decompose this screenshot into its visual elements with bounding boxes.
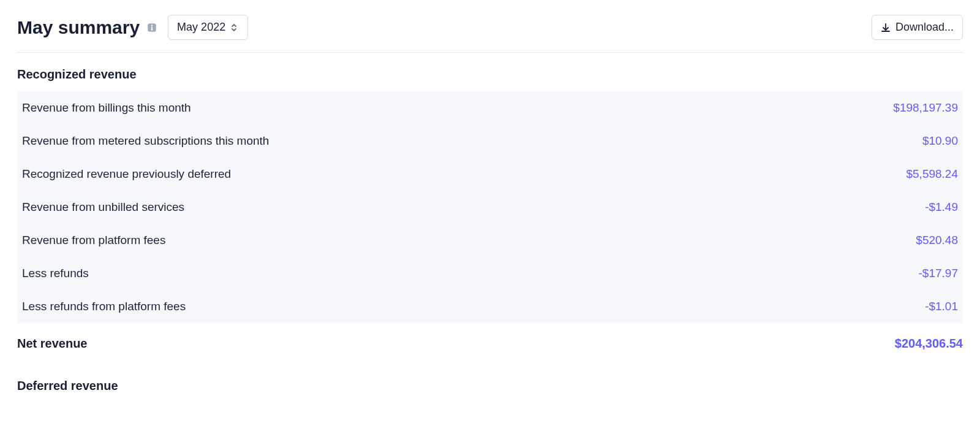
row-label: Recognized revenue previously deferred [22,167,231,181]
month-selector-label: May 2022 [177,21,225,34]
row-value[interactable]: $520.48 [916,234,958,247]
page-title: May summary [17,17,158,38]
page-title-text: May summary [17,17,140,38]
info-icon[interactable] [146,21,158,34]
net-revenue-row: Net revenue $204,306.54 [17,327,963,360]
table-row: Revenue from metered subscriptions this … [17,124,963,158]
net-revenue-value[interactable]: $204,306.54 [895,337,963,351]
table-row: Less refunds from platform fees -$1.01 [17,290,963,323]
row-label: Revenue from platform fees [22,234,165,247]
download-label: Download... [895,21,954,34]
row-value[interactable]: -$17.97 [919,267,958,280]
recognized-revenue-heading: Recognized revenue [17,67,963,82]
summary-header: May summary May 2022 Download... [17,15,963,53]
table-row: Revenue from platform fees $520.48 [17,224,963,257]
table-row: Revenue from billings this month $198,19… [17,91,963,124]
month-selector[interactable]: May 2022 [168,15,248,40]
row-label: Less refunds [22,267,89,280]
recognized-revenue-rows: Revenue from billings this month $198,19… [17,91,963,323]
row-value[interactable]: $10.90 [922,134,958,148]
download-button[interactable]: Download... [872,15,963,40]
row-label: Revenue from metered subscriptions this … [22,134,269,148]
chevron-up-down-icon [230,23,239,32]
row-label: Less refunds from platform fees [22,300,186,313]
download-icon [881,23,891,32]
table-row: Revenue from unbilled services -$1.49 [17,191,963,224]
deferred-revenue-heading: Deferred revenue [17,379,963,393]
row-label: Revenue from billings this month [22,101,191,115]
svg-rect-2 [151,26,153,30]
row-value[interactable]: -$1.01 [925,300,958,313]
row-value[interactable]: -$1.49 [925,200,958,214]
table-row: Recognized revenue previously deferred $… [17,158,963,191]
header-left: May summary May 2022 [17,15,248,40]
row-label: Revenue from unbilled services [22,200,184,214]
row-value[interactable]: $5,598.24 [906,167,958,181]
svg-rect-1 [151,25,153,26]
net-revenue-label: Net revenue [17,337,88,351]
table-row: Less refunds -$17.97 [17,257,963,290]
row-value[interactable]: $198,197.39 [893,101,958,115]
